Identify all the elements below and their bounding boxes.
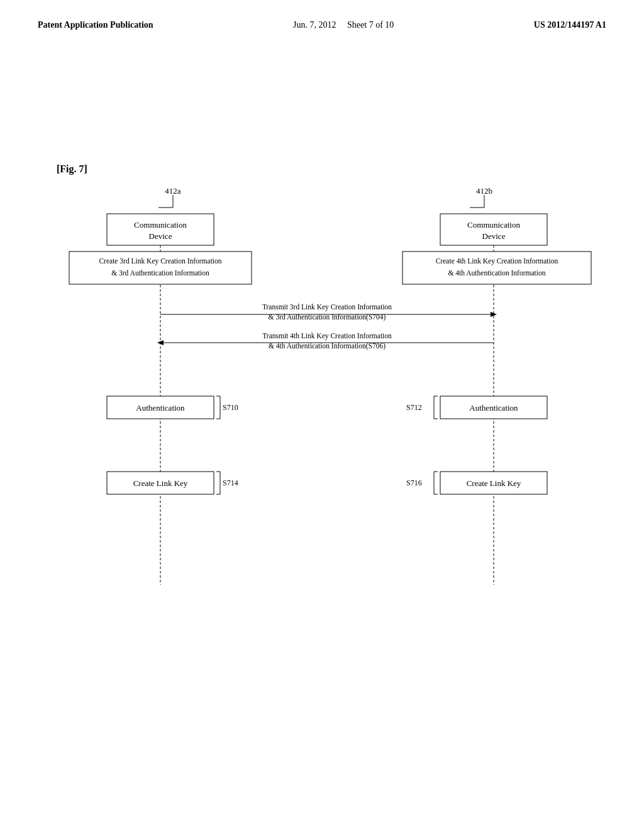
device-box-right-line1: Communication — [467, 220, 520, 230]
step-s714: S714 — [223, 479, 238, 487]
date-label: Jun. 7, 2012 — [293, 20, 336, 30]
step-s710: S710 — [223, 403, 238, 412]
svg-rect-14 — [69, 252, 252, 284]
publication-label: Patent Application Publication — [38, 20, 153, 30]
device-id-right: 412b — [476, 186, 492, 196]
patent-number-label: US 2012/144197 A1 — [534, 20, 606, 30]
step-s712: S712 — [406, 403, 422, 412]
svg-rect-15 — [402, 252, 591, 284]
auth-box-right: Authentication — [469, 403, 518, 412]
create-right-line2: & 4th Authentication Information — [448, 269, 546, 277]
transmit-3rd-line2: & 3rd Authentication Information(S704) — [269, 313, 386, 321]
auth-box-left: Authentication — [136, 403, 185, 412]
transmit-4th-line1: Transmit 4th Link Key Creation Informati… — [262, 332, 392, 340]
link-key-box-left: Create Link Key — [133, 479, 188, 488]
transmit-3rd-line1: Transmit 3rd Link Key Creation Informati… — [262, 303, 392, 311]
date-sheet-label: Jun. 7, 2012 Sheet 7 of 10 — [293, 20, 394, 30]
device-box-left-line1: Communication — [134, 220, 187, 230]
transmit-4th-line2: & 4th Authentication Information(S706) — [269, 342, 386, 350]
device-box-left-line2: Device — [149, 231, 172, 241]
create-right-line1: Create 4th Link Key Creation Information — [436, 257, 558, 265]
create-left-line1: Create 3rd Link Key Creation Information — [99, 257, 221, 265]
link-key-box-right: Create Link Key — [467, 479, 521, 488]
step-s716: S716 — [406, 479, 422, 487]
sheet-label: Sheet 7 of 10 — [347, 20, 394, 30]
device-box-right-line2: Device — [482, 231, 506, 241]
device-id-left: 412a — [165, 186, 181, 196]
create-left-line2: & 3rd Authentication Information — [111, 269, 209, 277]
figure-label: [Fig. 7] — [57, 163, 87, 175]
